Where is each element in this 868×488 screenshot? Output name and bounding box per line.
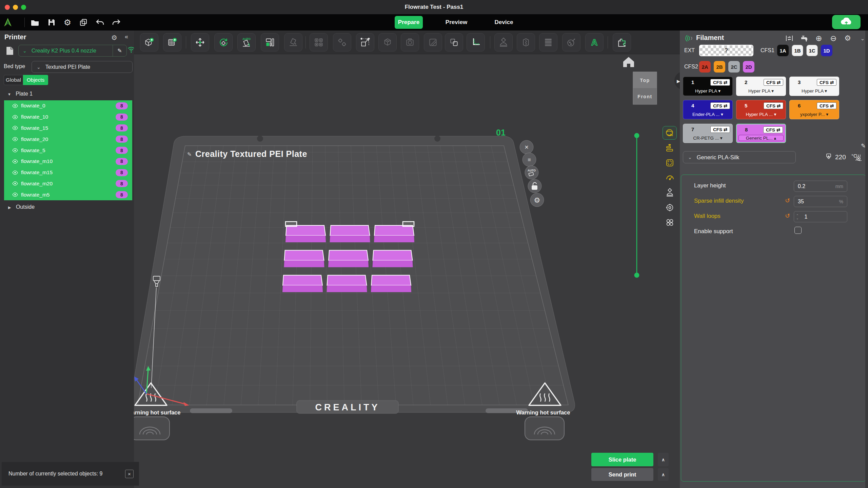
eye-visibility-icon[interactable] <box>12 192 18 197</box>
tab-objects[interactable]: Objects <box>23 75 48 85</box>
cfs-swap-button[interactable]: CFS ⇄ <box>817 79 836 86</box>
seam-paint-button[interactable] <box>517 33 535 52</box>
cfs-swap-button[interactable]: CFS ⇄ <box>817 102 836 109</box>
flowrate-model[interactable] <box>284 250 324 261</box>
eye-visibility-icon[interactable] <box>12 126 18 130</box>
slot-material-dropdown[interactable]: Hyper PLA ... ▾ <box>736 111 786 117</box>
flowrate-model[interactable] <box>285 222 297 226</box>
object-row[interactable]: flowrate_58 <box>4 145 132 156</box>
flowrate-model[interactable] <box>371 275 411 285</box>
object-extruder-badge[interactable]: 8 <box>116 169 128 176</box>
plugin-button[interactable] <box>613 33 631 52</box>
wall-loops-stepper[interactable]: ⌃⌄ 1 <box>794 211 847 222</box>
object-row[interactable]: flowrate_m58 <box>4 189 132 200</box>
object-extruder-badge[interactable]: 8 <box>116 136 128 143</box>
slot-material-dropdown[interactable]: Hyper PLA ▾ <box>683 88 732 94</box>
tab-device[interactable]: Device <box>493 16 514 29</box>
split-to-parts-button[interactable] <box>333 33 351 52</box>
copy-button[interactable] <box>78 17 88 27</box>
slider-handle-top[interactable] <box>634 133 639 138</box>
flowrate-model[interactable] <box>285 236 326 242</box>
object-extruder-badge[interactable]: 8 <box>116 191 128 198</box>
measure-tool-button[interactable] <box>467 33 485 52</box>
object-row[interactable]: flowrate_m158 <box>4 167 132 178</box>
slot-material-dropdown[interactable]: Hyper PLA ▾ <box>736 88 786 94</box>
filament-slot-card[interactable]: 3CFS ⇄Hyper PLA ▾ <box>789 77 839 96</box>
triangle-right-icon[interactable]: ▶ <box>8 205 11 209</box>
slot-material-dropdown[interactable]: CR-PETG ... ▾ <box>683 135 732 141</box>
cfs-swap-button[interactable]: CFS ⇄ <box>710 126 730 133</box>
filament-slot-card[interactable]: 8CFS ⇄Generic PL... ▴ <box>736 124 786 143</box>
enable-support-checkbox[interactable] <box>794 227 802 234</box>
flowrate-model[interactable] <box>327 275 367 285</box>
category-others-button[interactable] <box>663 201 677 214</box>
object-row[interactable]: flowrate_m108 <box>4 156 132 167</box>
category-quality-button[interactable] <box>663 141 677 155</box>
window-zoom-button[interactable] <box>21 5 26 10</box>
rotate-tool-button[interactable] <box>214 33 233 52</box>
remove-filament-button[interactable]: ⊖ <box>828 34 839 43</box>
eye-visibility-icon[interactable] <box>12 115 18 119</box>
cfs-swap-button[interactable]: CFS ⇄ <box>763 126 783 133</box>
object-row[interactable]: flowrate_158 <box>4 123 132 134</box>
filament-slot-card[interactable]: 2CFS ⇄Hyper PLA ▾ <box>736 77 786 96</box>
flowrate-model[interactable] <box>286 225 326 236</box>
flowrate-model[interactable] <box>373 250 413 261</box>
slider-handle-bottom[interactable] <box>634 273 639 278</box>
eye-visibility-icon[interactable] <box>12 148 18 152</box>
tab-global[interactable]: Global <box>4 75 23 85</box>
object-row[interactable]: flowrate_208 <box>4 134 132 145</box>
filament-slot-card[interactable]: 7CFS ⇄CR-PETG ... ▾ <box>683 124 733 143</box>
variable-layer-height-button[interactable] <box>539 33 557 52</box>
support-paint-button[interactable] <box>494 33 513 52</box>
stepper-arrows[interactable]: ⌃⌄ <box>796 214 799 220</box>
slot-material-dropdown[interactable]: yxpolyer P... ▾ <box>790 111 839 117</box>
cloud-upload-button[interactable] <box>832 15 861 29</box>
cfs-slot-chip[interactable]: 1B <box>792 45 803 56</box>
plate-edit-icon[interactable]: ✎ <box>187 151 192 157</box>
filament-slot-card[interactable]: 4CFS ⇄Ender-PLA ... ▾ <box>683 100 733 119</box>
cfs-swap-button[interactable]: CFS ⇄ <box>764 79 783 86</box>
panel-scrollbar[interactable] <box>865 30 868 488</box>
tab-preview[interactable]: Preview <box>445 16 468 29</box>
object-extruder-badge[interactable]: 8 <box>116 114 128 121</box>
cfs-swap-button[interactable]: CFS ⇄ <box>710 102 730 109</box>
assembly-view-button[interactable] <box>378 33 397 52</box>
scale-tool-button[interactable] <box>356 33 374 52</box>
cfs-swap-button[interactable]: CFS ⇄ <box>710 79 730 86</box>
cfs-swap-button[interactable]: CFS ⇄ <box>764 102 783 109</box>
ext-filament-swatch[interactable]: ? <box>699 45 753 56</box>
object-extruder-badge[interactable]: 8 <box>116 180 128 187</box>
flowrate-model[interactable] <box>282 285 323 292</box>
edit-printer-button[interactable]: ✎ <box>113 47 126 54</box>
text-tool-button[interactable]: A <box>585 33 604 52</box>
object-row[interactable]: flowrate_08 <box>4 100 132 111</box>
cfs-slot-chip[interactable]: 1D <box>821 45 832 56</box>
outside-group-row[interactable]: ▶ Outside <box>8 204 35 210</box>
wall-loops-reset-icon[interactable]: ↺ <box>785 212 790 220</box>
flowrate-model[interactable] <box>373 261 413 267</box>
flowrate-model[interactable] <box>327 285 367 292</box>
settings-gear-button[interactable]: ⚙ <box>62 17 73 27</box>
status-close-button[interactable]: × <box>125 470 134 478</box>
category-global-button[interactable] <box>663 126 677 140</box>
add-model-button[interactable] <box>140 33 158 52</box>
flowrate-model[interactable] <box>284 261 324 267</box>
slice-plate-button[interactable]: Slice plate <box>591 453 653 466</box>
cfs-slot-chip[interactable]: 1C <box>806 45 818 56</box>
window-minimize-button[interactable] <box>13 5 18 10</box>
slot-material-dropdown[interactable]: Hyper PLA ▾ <box>790 88 839 94</box>
wall-loops-value[interactable]: 1 <box>805 214 847 220</box>
object-extruder-badge[interactable]: 8 <box>116 158 128 165</box>
boolean-tool-button[interactable] <box>445 33 463 52</box>
cfs-slot-chip[interactable]: 1A <box>777 45 789 56</box>
eye-visibility-icon[interactable] <box>12 181 18 186</box>
cfs-slot-chip[interactable]: 2C <box>728 61 740 73</box>
filament-slot-card[interactable]: 5CFS ⇄Hyper PLA ... ▾ <box>736 100 786 119</box>
add-plate-button[interactable] <box>163 33 181 52</box>
flowrate-model[interactable] <box>330 236 370 242</box>
object-extruder-badge[interactable]: 8 <box>116 124 128 131</box>
send-print-button[interactable]: Send print <box>591 468 653 481</box>
view-cube-front[interactable]: Front <box>637 94 652 99</box>
tab-prepare[interactable]: Prepare <box>395 16 423 29</box>
